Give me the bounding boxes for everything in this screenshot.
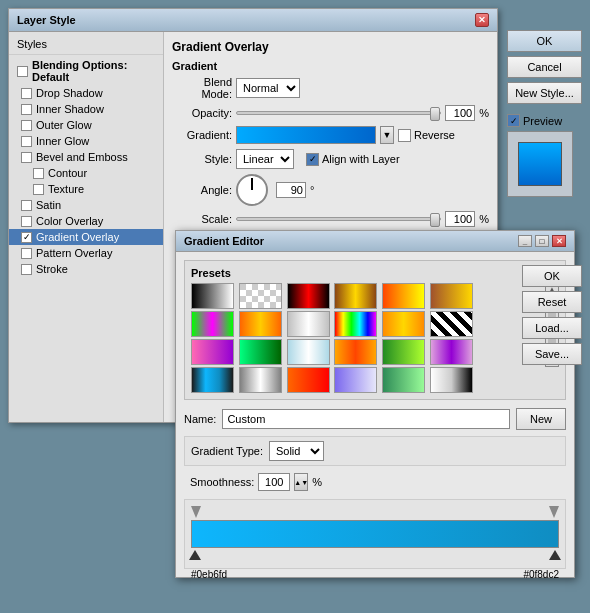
preset-23[interactable] [382,367,425,393]
preset-11[interactable] [382,311,425,337]
scale-slider-track[interactable] [236,217,441,221]
sidebar-item-bevel-emboss[interactable]: Bevel and Emboss [9,149,163,165]
preset-21[interactable] [287,367,330,393]
gradient-bar[interactable] [191,520,559,548]
color-overlay-checkbox[interactable] [21,216,32,227]
preset-4[interactable] [334,283,377,309]
minimize-button[interactable]: _ [518,235,532,247]
preset-22[interactable] [334,367,377,393]
gradient-editor-ok-button[interactable]: OK [522,265,582,287]
color-stop-right-arrow[interactable] [549,550,561,560]
align-layer-label: ✓ Align with Layer [306,153,400,166]
stroke-checkbox[interactable] [21,264,32,275]
scale-value[interactable] [445,211,475,227]
preset-15[interactable] [287,339,330,365]
sidebar-item-stroke[interactable]: Stroke [9,261,163,277]
sidebar-item-contour[interactable]: Contour [9,165,163,181]
texture-checkbox[interactable] [33,184,44,195]
sidebar-item-satin[interactable]: Satin [9,197,163,213]
preset-19[interactable] [191,367,234,393]
sidebar-item-inner-shadow[interactable]: Inner Shadow [9,101,163,117]
preset-2[interactable] [239,283,282,309]
gradient-editor-save-button[interactable]: Save... [522,343,582,365]
satin-checkbox[interactable] [21,200,32,211]
gradient-editor-close-button[interactable]: ✕ [552,235,566,247]
contour-checkbox[interactable] [33,168,44,179]
sidebar-item-blending-options[interactable]: Blending Options: Default [9,57,163,85]
gradient-editor-load-button[interactable]: Load... [522,317,582,339]
outer-glow-checkbox[interactable] [21,120,32,131]
preset-6[interactable] [430,283,473,309]
preset-10[interactable] [334,311,377,337]
preset-16[interactable] [334,339,377,365]
preset-1[interactable] [191,283,234,309]
blending-options-checkbox[interactable] [17,66,28,77]
sidebar-item-inner-glow[interactable]: Inner Glow [9,133,163,149]
scale-slider-thumb[interactable] [430,213,440,227]
sidebar-item-drop-shadow[interactable]: Drop Shadow [9,85,163,101]
angle-dial[interactable] [236,174,268,206]
sidebar-item-pattern-overlay[interactable]: Pattern Overlay [9,245,163,261]
sidebar-styles-label: Styles [9,36,163,55]
sidebar-item-color-overlay[interactable]: Color Overlay [9,213,163,229]
gradient-preview-bar[interactable] [236,126,376,144]
preset-14[interactable] [239,339,282,365]
blend-mode-label: Blend Mode: [172,76,232,100]
preset-9[interactable] [287,311,330,337]
opacity-value[interactable] [445,105,475,121]
color-stop-left-arrow[interactable] [189,550,201,560]
sidebar-item-texture[interactable]: Texture [9,181,163,197]
preset-5[interactable] [382,283,425,309]
inner-glow-checkbox[interactable] [21,136,32,147]
opacity-slider-thumb[interactable] [430,107,440,121]
preview-square [518,142,562,186]
pattern-overlay-checkbox[interactable] [21,248,32,259]
preset-8[interactable] [239,311,282,337]
new-style-button[interactable]: New Style... [507,82,582,104]
style-select[interactable]: Linear Radial Angle [236,149,294,169]
smoothness-value[interactable] [258,473,290,491]
gradient-overlay-checkbox[interactable] [21,232,32,243]
smoothness-unit: % [312,476,322,488]
blend-mode-select[interactable]: Normal Multiply Screen [236,78,300,98]
drop-shadow-checkbox[interactable] [21,88,32,99]
gradient-editor-body: Presets [176,252,574,577]
name-input[interactable] [222,409,510,429]
opacity-stop-right[interactable] [549,506,559,518]
inner-shadow-checkbox[interactable] [21,104,32,115]
name-row: Name: New [184,408,566,430]
ok-button[interactable]: OK [507,30,582,52]
reverse-checkbox[interactable] [398,129,411,142]
preset-3[interactable] [287,283,330,309]
right-color-label: #0f8dc2 [523,569,559,580]
angle-label: Angle: [172,184,232,196]
close-button[interactable]: ✕ [475,13,489,27]
opacity-slider-track[interactable] [236,111,441,115]
gradient-editor-reset-button[interactable]: Reset [522,291,582,313]
opacity-unit: % [479,107,489,119]
preset-17[interactable] [382,339,425,365]
gradient-editor-title: Gradient Editor [184,235,264,247]
sidebar: Styles Blending Options: Default Drop Sh… [9,32,164,422]
bevel-emboss-checkbox[interactable] [21,152,32,163]
angle-value[interactable] [276,182,306,198]
new-button[interactable]: New [516,408,566,430]
preset-7[interactable] [191,311,234,337]
align-layer-checkbox[interactable]: ✓ [306,153,319,166]
preset-24[interactable] [430,367,473,393]
color-stop-right-container [549,550,561,560]
preview-checkbox[interactable]: ✓ [507,114,520,127]
maximize-button[interactable]: □ [535,235,549,247]
preset-12[interactable] [430,311,473,337]
layer-style-title: Layer Style [17,14,76,26]
cancel-button[interactable]: Cancel [507,56,582,78]
smoothness-stepper[interactable]: ▲▼ [294,473,308,491]
opacity-stop-left[interactable] [191,506,201,518]
preset-18[interactable] [430,339,473,365]
preset-13[interactable] [191,339,234,365]
preset-20[interactable] [239,367,282,393]
sidebar-item-gradient-overlay[interactable]: Gradient Overlay [9,229,163,245]
gradient-type-select[interactable]: Solid Noise [269,441,324,461]
sidebar-item-outer-glow[interactable]: Outer Glow [9,117,163,133]
gradient-dropdown-arrow[interactable]: ▼ [380,126,394,144]
